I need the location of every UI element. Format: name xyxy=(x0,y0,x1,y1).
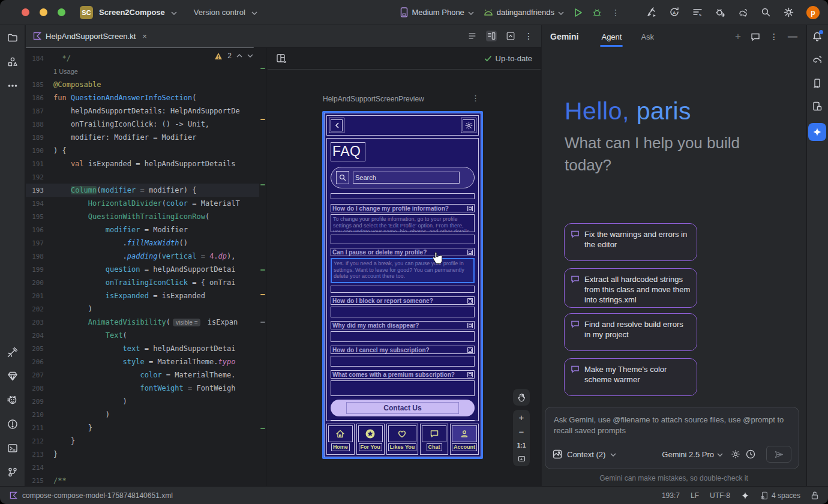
code-line[interactable]: 189 modifier: Modifier = Modifier xyxy=(26,131,259,144)
faq-question[interactable]: Why did my match disappear? xyxy=(331,321,475,329)
model-dropdown[interactable]: Gemini 2.5 Pro xyxy=(662,450,714,459)
zoom-ratio-button[interactable]: 1:1 xyxy=(517,442,526,449)
line-ending[interactable]: LF xyxy=(691,491,699,500)
code-line[interactable]: 198 .padding(vertical = 4.dp), xyxy=(26,250,259,263)
terminal-tool-icon[interactable] xyxy=(7,443,18,454)
code-line[interactable]: 202 ) xyxy=(26,302,259,316)
next-problem-icon[interactable] xyxy=(247,54,253,58)
gemini-options-icon[interactable]: ⋮ xyxy=(770,32,778,41)
hide-panel-icon[interactable]: — xyxy=(788,31,797,42)
status-file-path[interactable]: compose-compose-model-1758748140651.xml xyxy=(22,491,173,500)
code-line[interactable]: 193 Column(modifier = modifier) { xyxy=(26,184,259,197)
search-input[interactable]: Search xyxy=(353,172,460,184)
minimize-window-button[interactable] xyxy=(40,8,47,16)
tab-agent[interactable]: Agent xyxy=(600,27,623,47)
code-view-icon[interactable] xyxy=(467,31,478,41)
user-avatar[interactable]: p xyxy=(806,6,820,19)
chat-history-icon[interactable] xyxy=(751,32,760,41)
code-line[interactable]: 185@Composable xyxy=(26,78,259,91)
todo-list-icon[interactable]: s xyxy=(692,7,703,17)
contact-us-button[interactable]: Contact Us xyxy=(331,400,475,416)
split-view-icon[interactable] xyxy=(486,31,497,41)
context-dropdown[interactable]: Context (2) xyxy=(567,450,605,459)
code-line[interactable]: 197 .fillMaxWidth() xyxy=(26,236,259,250)
close-window-button[interactable] xyxy=(22,8,29,16)
settings-button[interactable] xyxy=(461,118,476,133)
faq-question[interactable]: How do I block or report someone? xyxy=(331,296,475,305)
preview-menu-icon[interactable]: ⋮ xyxy=(472,94,479,103)
code-editor[interactable]: 2 184 */1 Usage185@Composable186fun Ques… xyxy=(26,48,259,486)
code-line[interactable]: 190) { xyxy=(26,144,259,157)
device-selector[interactable]: Medium Phone xyxy=(400,7,473,17)
faq-answer-selected[interactable]: Yes. If you need a break, you can pause … xyxy=(331,258,475,283)
back-button[interactable] xyxy=(329,118,344,133)
file-encoding[interactable]: UTF-8 xyxy=(710,491,730,500)
code-line[interactable]: 201 isExpanded = isExpanded xyxy=(26,289,259,302)
gradle-tool-icon[interactable] xyxy=(812,54,823,65)
logcat-icon[interactable] xyxy=(7,395,18,406)
code-line[interactable]: 204 Text( xyxy=(26,329,259,342)
code-line[interactable]: 200 onTrailingIconClick = { onTrai xyxy=(26,276,259,289)
suggestion-card[interactable]: Fix the warnings and errors in the edito… xyxy=(564,223,697,261)
running-devices-icon[interactable] xyxy=(812,101,823,112)
nav-for-you[interactable]: For You xyxy=(356,424,385,455)
app-quality-insights-icon[interactable] xyxy=(7,371,18,382)
pan-tool-button[interactable] xyxy=(513,389,530,406)
code-line[interactable]: 191 val isExpanded = helpAndSupportDetai… xyxy=(26,157,259,170)
attach-image-icon[interactable] xyxy=(553,449,562,459)
faq-question[interactable]: What comes with a premium subscription? xyxy=(331,370,475,379)
build-icon[interactable] xyxy=(647,7,657,17)
code-line[interactable]: 199 question = helpAndSupportDetai xyxy=(26,263,259,276)
tab-helpandsupportscreen[interactable]: HelpAndSupportScreen.kt × xyxy=(26,25,154,47)
search-bar[interactable]: Search xyxy=(331,167,475,188)
fit-to-screen-icon[interactable] xyxy=(518,455,526,463)
nav-account[interactable]: Account xyxy=(450,424,479,455)
suggestion-card[interactable]: Make my Theme's color scheme warmer xyxy=(564,358,697,396)
zoom-window-button[interactable] xyxy=(58,8,65,16)
zoom-in-button[interactable]: + xyxy=(519,413,524,422)
design-view-icon[interactable] xyxy=(505,31,516,41)
gemini-settings-icon[interactable] xyxy=(731,449,740,459)
search-everywhere-icon[interactable] xyxy=(761,7,771,17)
code-line[interactable]: 187 helpAndSupportDetails: HelpAndSuppor… xyxy=(26,104,259,118)
code-line[interactable]: 205 text = helpAndSupportDetai xyxy=(26,342,259,355)
code-line[interactable]: 212 } xyxy=(26,434,259,448)
git-tool-icon[interactable] xyxy=(7,467,18,478)
run-configuration-selector[interactable]: datingandfriends xyxy=(484,8,564,17)
code-line[interactable]: 207 color = MaterialTheme. xyxy=(26,368,259,382)
suggestion-card[interactable]: Extract all hardcoded strings from this … xyxy=(564,268,697,308)
problems-tool-icon[interactable] xyxy=(7,419,18,430)
code-line[interactable]: 210 ) xyxy=(26,408,259,421)
settings-gear-icon[interactable] xyxy=(784,7,794,17)
prev-problem-icon[interactable] xyxy=(236,54,242,58)
more-tool-windows-icon[interactable] xyxy=(7,80,18,91)
code-line[interactable]: 215/** xyxy=(26,474,259,486)
nav-likes-you[interactable]: Likes You xyxy=(386,424,419,455)
code-line[interactable]: 196 modifier = Modifier xyxy=(26,223,259,236)
caret-position[interactable]: 193:7 xyxy=(662,491,680,500)
code-line[interactable]: 203 AnimatedVisibility(visible = isExpan xyxy=(26,316,259,329)
faq-question[interactable]: How do I change my profile information? xyxy=(331,204,475,212)
code-line[interactable]: 195 QuestionWithTrailingIconRow( xyxy=(26,210,259,223)
preview-name-label[interactable]: HelpAndSupportScreenPreview xyxy=(323,95,424,103)
code-line[interactable]: 188 onTrailingIconClick: () -> Unit, xyxy=(26,118,259,131)
gradle-sync-icon[interactable] xyxy=(738,7,748,17)
history-icon[interactable] xyxy=(746,449,755,459)
project-tool-icon[interactable] xyxy=(7,32,18,43)
faq-question[interactable]: How do I cancel my subscription? xyxy=(331,346,475,354)
code-line[interactable]: 206 style = MaterialTheme.typo xyxy=(26,355,259,368)
code-line[interactable]: 194 HorizontalDivider(color = MaterialT xyxy=(26,197,259,210)
faq-question[interactable]: Can I pause or delete my profile? xyxy=(331,248,475,256)
close-tab-icon[interactable]: × xyxy=(142,32,147,41)
debug-button[interactable] xyxy=(592,7,602,17)
nav-home[interactable]: Home xyxy=(326,424,355,455)
vcs-widget[interactable]: Version control xyxy=(194,8,245,17)
build-tool-icon[interactable] xyxy=(7,347,18,358)
code-line[interactable]: 186fun QuestionAndAnswerInfoSection( xyxy=(26,91,259,104)
gemini-prompt-input[interactable] xyxy=(553,413,791,440)
code-line[interactable]: 192 xyxy=(26,170,259,184)
gemini-status-icon[interactable] xyxy=(741,491,749,500)
editor-options-icon[interactable]: ⋮ xyxy=(524,31,533,41)
nav-chat[interactable]: Chat xyxy=(420,424,448,455)
more-run-options[interactable]: ⋮ xyxy=(611,8,620,17)
